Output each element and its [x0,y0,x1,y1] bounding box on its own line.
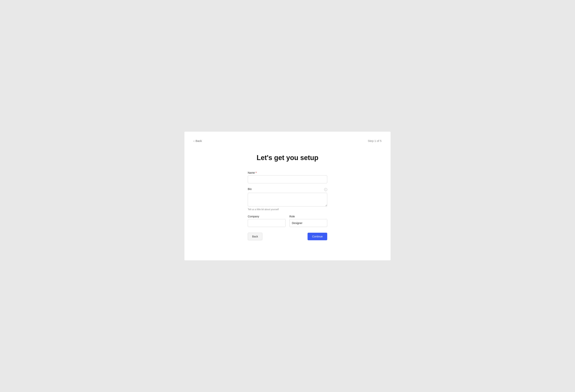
company-label: Company [248,215,286,218]
bio-info-icon[interactable]: i [324,188,327,191]
back-button[interactable]: Back [248,233,262,240]
card-header: ‹ Back Step 1 of 5 [193,139,382,143]
chevron-left-icon: ‹ [193,139,194,143]
name-label-text: Name [248,171,255,174]
setup-card: ‹ Back Step 1 of 5 Let's get you setup N… [184,132,391,260]
bio-field-group: Bio i Tell us a little bit about yoursel… [248,188,327,211]
bio-hint: Tell us a little bit about yourself [248,208,327,211]
name-required-star: * [256,171,257,174]
card-body: Let's get you setup Name * Bio i [193,154,382,249]
name-field-group: Name * [248,171,327,183]
form-container: Name * Bio i Tell us a little bit about … [248,171,327,240]
header-back-label: Back [195,139,202,143]
page-wrapper: ‹ Back Step 1 of 5 Let's get you setup N… [0,0,575,392]
page-title: Let's get you setup [257,154,318,162]
role-label: Role [289,215,327,218]
bio-label: Bio [248,188,252,191]
bio-textarea[interactable] [248,193,327,206]
company-input[interactable] [248,219,286,227]
bio-label-row: Bio i [248,188,327,192]
role-input[interactable] [289,219,327,227]
name-label: Name * [248,171,327,174]
step-indicator: Step 1 of 5 [368,139,382,143]
name-input[interactable] [248,175,327,183]
continue-button[interactable]: Continue [308,233,327,240]
form-actions: Back Continue [248,233,327,240]
company-field-group: Company [248,215,286,227]
company-role-row: Company Role [248,215,327,227]
header-back-button[interactable]: ‹ Back [193,139,202,143]
role-field-group: Role [289,215,327,227]
